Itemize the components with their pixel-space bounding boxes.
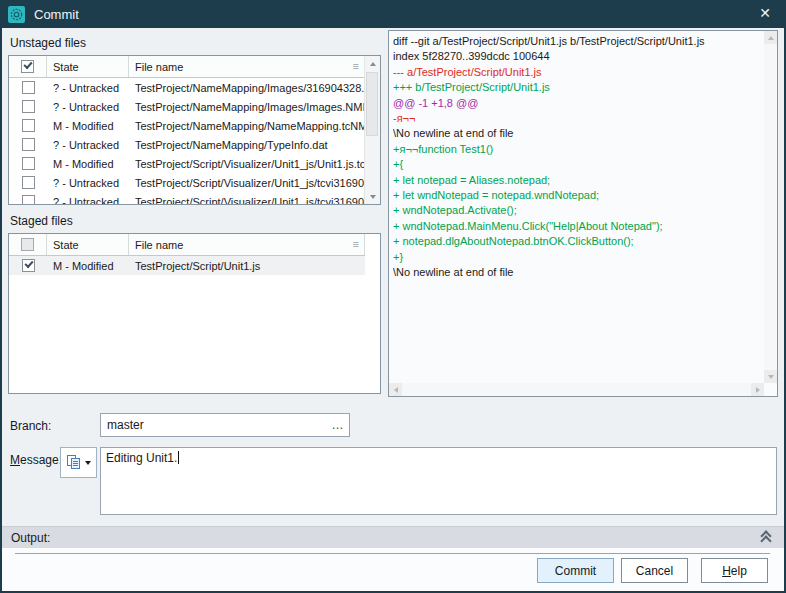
diff-line: @@ -1 +1,8 @@	[393, 96, 761, 111]
row-checkbox[interactable]	[22, 157, 35, 170]
row-checkbox-cell	[9, 157, 47, 170]
text-caret	[178, 451, 179, 464]
commit-message-text: Editing Unit1.	[106, 451, 177, 465]
table-header: State File name ≡	[9, 234, 365, 256]
column-header-file[interactable]: File name ≡	[129, 234, 365, 255]
row-checkbox-cell	[9, 119, 47, 132]
row-checkbox[interactable]	[22, 100, 35, 113]
row-checkbox[interactable]	[22, 195, 35, 205]
file-row[interactable]: ? - UntrackedTestProject/NameMapping/Ima…	[9, 97, 365, 116]
select-all-cell[interactable]	[9, 234, 47, 255]
file-name: TestProject/NameMapping/Images/316904328…	[129, 82, 365, 94]
scroll-down-icon[interactable]	[365, 189, 380, 204]
column-header-file[interactable]: File name ≡	[129, 56, 365, 77]
row-checkbox-cell	[9, 81, 47, 94]
diff-line: \No newline at end of file	[393, 265, 761, 280]
close-button[interactable]: ✕	[759, 5, 771, 21]
select-all-checkbox[interactable]	[21, 60, 34, 73]
row-checkbox-cell	[9, 195, 47, 205]
row-checkbox-cell	[9, 138, 47, 151]
diff-line: --- a/TestProject/Script/Unit1.js	[393, 65, 761, 80]
select-all-checkbox[interactable]	[21, 238, 34, 251]
diff-line: +я¬¬function Test1()	[393, 142, 761, 157]
diff-content: diff --git a/TestProject/Script/Unit1.js…	[393, 34, 761, 380]
file-row[interactable]: ? - UntrackedTestProject/NameMapping/Typ…	[9, 135, 365, 154]
column-header-file-label: File name	[135, 61, 183, 73]
file-state: ? - Untracked	[47, 196, 129, 206]
diff-view: diff --git a/TestProject/Script/Unit1.js…	[388, 30, 778, 397]
diff-line: +{	[393, 157, 761, 172]
unstaged-files-table: State File name ≡ ? - UntrackedTestProje…	[8, 55, 381, 205]
unstaged-files-label: Unstaged files	[10, 36, 86, 50]
row-checkbox[interactable]	[22, 81, 35, 94]
file-state: M - Modified	[47, 120, 129, 132]
titlebar: Commit ✕	[0, 0, 786, 28]
column-header-state[interactable]: State	[47, 56, 129, 77]
file-row[interactable]: M - ModifiedTestProject/Script/Unit1.js	[9, 256, 365, 275]
row-checkbox-cell	[9, 259, 47, 272]
diff-line: index 5f28270..399dcdc 100644	[393, 49, 761, 64]
sort-icon: ≡	[353, 238, 359, 250]
file-state: ? - Untracked	[47, 82, 129, 94]
diff-line: +}	[393, 250, 761, 265]
file-name: TestProject/NameMapping/NameMapping.tcNM	[129, 120, 365, 132]
cancel-button[interactable]: Cancel	[621, 558, 688, 583]
scroll-right-icon[interactable]	[751, 383, 764, 396]
file-row[interactable]: M - ModifiedTestProject/Script/Visualize…	[9, 154, 365, 173]
scroll-down-icon[interactable]	[764, 370, 777, 383]
commit-button[interactable]: Commit	[537, 558, 614, 583]
diff-horizontal-scrollbar[interactable]	[389, 383, 764, 396]
staged-files-table: State File name ≡ M - ModifiedTestProjec…	[8, 233, 381, 394]
diff-line: + wndNotepad.Activate();	[393, 203, 761, 218]
scroll-up-icon[interactable]	[365, 56, 380, 71]
help-button[interactable]: Help	[701, 558, 768, 583]
row-checkbox[interactable]	[22, 176, 35, 189]
output-label: Output:	[11, 531, 50, 545]
scroll-up-icon[interactable]	[764, 31, 777, 44]
file-name: TestProject/Script/Visualizer/Unit1_js/t…	[129, 177, 365, 189]
row-checkbox[interactable]	[22, 138, 35, 151]
paste-icon	[66, 455, 82, 470]
commit-message-input[interactable]: Editing Unit1.	[100, 447, 777, 515]
file-row[interactable]: M - ModifiedTestProject/NameMapping/Name…	[9, 116, 365, 135]
file-name: TestProject/Script/Visualizer/Unit1_js/U…	[129, 158, 365, 170]
row-checkbox[interactable]	[22, 259, 35, 272]
window-title: Commit	[34, 7, 79, 22]
row-checkbox[interactable]	[22, 119, 35, 132]
file-row[interactable]: ? - UntrackedTestProject/Script/Visualiz…	[9, 173, 365, 192]
file-state: ? - Untracked	[47, 101, 129, 113]
table-header: State File name ≡	[9, 56, 365, 78]
branch-browse-button[interactable]: …	[327, 418, 349, 432]
expand-output-icon[interactable]	[760, 531, 772, 545]
separator	[15, 553, 770, 554]
branch-label: Branch:	[10, 419, 51, 433]
file-state: ? - Untracked	[47, 177, 129, 189]
vertical-scrollbar[interactable]	[364, 56, 380, 204]
scroll-left-icon[interactable]	[389, 383, 402, 396]
file-row[interactable]: ? - UntrackedTestProject/Script/Visualiz…	[9, 192, 365, 205]
scrollbar-thumb[interactable]	[366, 72, 378, 136]
file-row[interactable]: ? - UntrackedTestProject/NameMapping/Ima…	[9, 78, 365, 97]
diff-line: + notepad.dlgAboutNotepad.btnOK.ClickBut…	[393, 234, 761, 249]
file-state: M - Modified	[47, 260, 129, 272]
diff-vertical-scrollbar[interactable]	[764, 31, 777, 383]
row-checkbox-cell	[9, 100, 47, 113]
diff-line: + wndNotepad.MainMenu.Click("Help|About …	[393, 219, 761, 234]
commit-dialog: Commit ✕ Unstaged files State File name …	[0, 0, 786, 593]
message-templates-button[interactable]	[60, 447, 97, 478]
file-name: TestProject/Script/Visualizer/Unit1_js/t…	[129, 196, 365, 206]
output-bar: Output:	[2, 526, 784, 548]
message-label: Message:	[10, 453, 62, 467]
diff-line: + let notepad = Aliases.notepad;	[393, 173, 761, 188]
diff-line: diff --git a/TestProject/Script/Unit1.js…	[393, 34, 761, 49]
select-all-cell[interactable]	[9, 56, 47, 77]
column-header-file-label: File name	[135, 239, 183, 251]
diff-line: \No newline at end of file	[393, 126, 761, 141]
file-state: M - Modified	[47, 158, 129, 170]
column-header-state[interactable]: State	[47, 234, 129, 255]
branch-field[interactable]: master …	[100, 413, 350, 437]
staged-files-label: Staged files	[10, 214, 73, 228]
diff-line: +++ b/TestProject/Script/Unit1.js	[393, 80, 761, 95]
testcomplete-app-icon	[8, 6, 25, 23]
file-name: TestProject/Script/Unit1.js	[129, 260, 365, 272]
